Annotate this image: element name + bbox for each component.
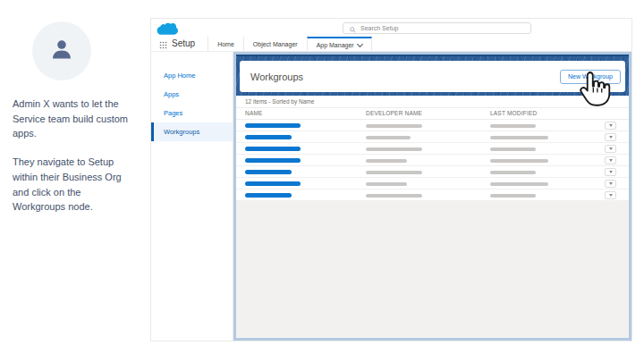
setup-window: Search Setup Setup HomeObject ManagerApp… bbox=[150, 18, 632, 341]
search-icon bbox=[350, 21, 356, 37]
table-row[interactable] bbox=[236, 189, 629, 201]
name-placeholder-bar bbox=[245, 147, 301, 151]
table-row[interactable] bbox=[236, 155, 629, 166]
column-header-developer-name[interactable]: DEVELOPER NAME bbox=[366, 108, 422, 119]
person-icon bbox=[47, 35, 76, 67]
developer-name-placeholder-bar bbox=[366, 159, 407, 163]
scenario-paragraph-1: Admin X wants to let the Service team bu… bbox=[13, 97, 131, 141]
caret-down-icon bbox=[609, 136, 613, 139]
sidebar-item-app-home[interactable]: App Home bbox=[151, 66, 233, 85]
table-row[interactable] bbox=[236, 120, 629, 131]
tab-label: App Manager bbox=[317, 42, 354, 48]
sidebar-item-workgroups[interactable]: Workgroups bbox=[151, 122, 233, 141]
tab-object-manager[interactable]: Object Manager bbox=[243, 37, 307, 51]
table-body bbox=[236, 120, 629, 201]
developer-name-placeholder-bar bbox=[366, 194, 422, 198]
last-modified-placeholder-bar bbox=[490, 124, 536, 128]
sidebar-item-apps[interactable]: Apps bbox=[151, 85, 233, 104]
name-placeholder-bar bbox=[245, 193, 292, 198]
tab-home[interactable]: Home bbox=[208, 37, 243, 51]
list-view-panel: 12 items - Sorted by Name NAMEDEVELOPER … bbox=[236, 96, 629, 338]
caret-down-icon bbox=[609, 124, 613, 127]
name-placeholder-bar bbox=[245, 181, 301, 186]
search-input[interactable]: Search Setup bbox=[343, 22, 531, 34]
tab-app-manager[interactable]: App Manager bbox=[307, 37, 372, 51]
last-modified-placeholder-bar bbox=[490, 147, 536, 151]
scenario-panel: Admin X wants to let the Service team bu… bbox=[13, 21, 131, 215]
new-workgroup-button[interactable]: New Workgroup bbox=[560, 70, 621, 84]
setup-sidebar: App HomeAppsPagesWorkgroups bbox=[151, 52, 233, 341]
row-actions-button[interactable] bbox=[605, 133, 616, 141]
developer-name-placeholder-bar bbox=[366, 136, 411, 139]
nav-tab-strip: HomeObject ManagerApp Manager bbox=[208, 37, 372, 51]
last-modified-placeholder-bar bbox=[490, 194, 536, 198]
tab-label: Object Manager bbox=[253, 41, 298, 47]
developer-name-placeholder-bar bbox=[366, 182, 407, 186]
row-actions-button[interactable] bbox=[605, 122, 616, 130]
row-actions-button[interactable] bbox=[605, 180, 616, 188]
table-header-row: NAMEDEVELOPER NAMELAST MODIFIED bbox=[236, 108, 629, 120]
page-header-band: Workgroups New Workgroup bbox=[236, 55, 629, 96]
avatar bbox=[32, 21, 91, 80]
caret-down-icon bbox=[609, 171, 613, 173]
name-placeholder-bar bbox=[245, 170, 292, 174]
column-header-last-modified[interactable]: LAST MODIFIED bbox=[490, 108, 537, 119]
caret-down-icon bbox=[609, 182, 613, 185]
column-header-name[interactable]: NAME bbox=[245, 108, 263, 119]
last-modified-placeholder-bar bbox=[490, 136, 548, 139]
search-placeholder: Search Setup bbox=[360, 25, 398, 31]
sidebar-item-pages[interactable]: Pages bbox=[151, 104, 233, 122]
developer-name-placeholder-bar bbox=[366, 147, 422, 151]
caret-down-icon bbox=[609, 194, 613, 197]
page-header-card: Workgroups New Workgroup bbox=[240, 61, 625, 92]
last-modified-placeholder-bar bbox=[490, 171, 536, 174]
row-actions-button[interactable] bbox=[605, 145, 616, 153]
setup-app-label: Setup bbox=[172, 37, 195, 51]
setup-nav-bar: Setup HomeObject ManagerApp Manager bbox=[151, 37, 631, 52]
list-summary: 12 items - Sorted by Name bbox=[236, 96, 629, 108]
row-actions-button[interactable] bbox=[605, 156, 616, 164]
caret-down-icon bbox=[609, 159, 613, 162]
name-placeholder-bar bbox=[245, 135, 292, 139]
developer-name-placeholder-bar bbox=[366, 124, 422, 128]
table-row[interactable] bbox=[236, 143, 629, 155]
table-row[interactable] bbox=[236, 166, 629, 178]
caret-down-icon bbox=[609, 147, 613, 150]
tab-label: Home bbox=[217, 41, 234, 47]
table-row[interactable] bbox=[236, 131, 629, 143]
app-manager-content: Workgroups New Workgroup 12 items - Sort… bbox=[233, 52, 631, 341]
name-placeholder-bar bbox=[245, 123, 301, 128]
name-placeholder-bar bbox=[245, 158, 301, 163]
app-launcher-icon[interactable] bbox=[159, 37, 167, 53]
last-modified-placeholder-bar bbox=[490, 159, 548, 163]
chevron-down-icon bbox=[357, 40, 363, 46]
global-header: Search Setup bbox=[151, 19, 631, 37]
table-row[interactable] bbox=[236, 178, 629, 189]
row-actions-button[interactable] bbox=[605, 168, 616, 176]
row-actions-button[interactable] bbox=[605, 191, 616, 199]
page-title: Workgroups bbox=[250, 72, 303, 82]
last-modified-placeholder-bar bbox=[490, 182, 548, 186]
scenario-paragraph-2: They navigate to Setup within their Busi… bbox=[13, 155, 131, 215]
developer-name-placeholder-bar bbox=[366, 171, 422, 174]
